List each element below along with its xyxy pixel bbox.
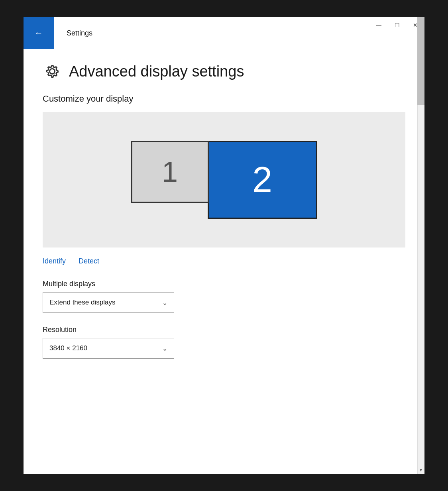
scrollbar: ▲ ▼ xyxy=(417,17,424,474)
chevron-down-icon-2: ⌄ xyxy=(162,345,167,352)
gear-icon xyxy=(43,62,62,81)
display-area: 1 2 xyxy=(43,112,405,247)
display-2[interactable]: 2 xyxy=(208,141,317,219)
action-links: Identify Detect xyxy=(43,257,405,265)
section-title-customize: Customize your display xyxy=(43,94,405,104)
display-1-number: 1 xyxy=(162,155,178,188)
multiple-displays-label: Multiple displays xyxy=(43,280,405,288)
scrollbar-thumb[interactable] xyxy=(417,17,424,105)
resolution-dropdown[interactable]: 3840 × 2160 ⌄ xyxy=(43,338,174,359)
minimize-button[interactable]: — xyxy=(369,17,388,33)
scrollbar-down-button[interactable]: ▼ xyxy=(417,466,424,474)
resolution-label: Resolution xyxy=(43,326,405,334)
display-2-number: 2 xyxy=(252,159,272,200)
titlebar: ← Settings — ☐ ✕ xyxy=(24,17,424,49)
page-header: Advanced display settings xyxy=(43,62,405,81)
detect-link[interactable]: Detect xyxy=(79,257,99,265)
back-arrow-icon: ← xyxy=(34,29,43,37)
identify-link[interactable]: Identify xyxy=(43,257,66,265)
chevron-down-icon: ⌄ xyxy=(162,299,167,306)
display-1[interactable]: 1 xyxy=(131,141,209,203)
multiple-displays-section: Multiple displays Extend these displays … xyxy=(43,280,405,313)
settings-window: ← Settings — ☐ ✕ Advanced display settin… xyxy=(23,16,425,475)
resolution-value: 3840 × 2160 xyxy=(49,344,87,352)
maximize-button[interactable]: ☐ xyxy=(388,17,406,33)
main-content: Advanced display settings Customize your… xyxy=(24,49,424,474)
window-title: Settings xyxy=(67,29,92,37)
page-title: Advanced display settings xyxy=(69,63,244,80)
multiple-displays-value: Extend these displays xyxy=(49,299,115,306)
multiple-displays-dropdown[interactable]: Extend these displays ⌄ xyxy=(43,292,174,313)
window-controls: — ☐ ✕ xyxy=(369,17,424,33)
resolution-section: Resolution 3840 × 2160 ⌄ xyxy=(43,326,405,359)
displays-container: 1 2 xyxy=(131,141,317,219)
back-button[interactable]: ← xyxy=(24,17,54,49)
